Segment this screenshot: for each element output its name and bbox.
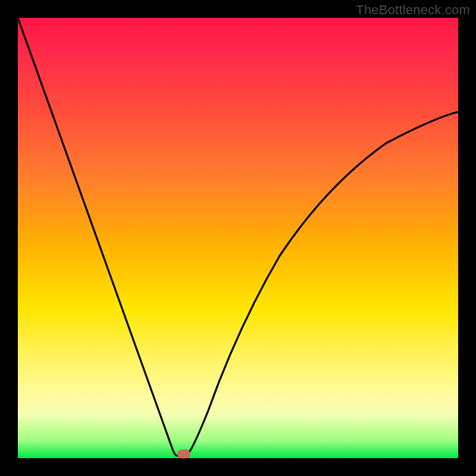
curve-path bbox=[18, 18, 458, 456]
watermark-text: TheBottleneck.com bbox=[356, 2, 470, 18]
min-point-marker bbox=[177, 450, 190, 459]
plot-area bbox=[18, 18, 458, 458]
chart-frame: TheBottleneck.com bbox=[0, 0, 476, 476]
bottleneck-curve bbox=[18, 18, 458, 458]
